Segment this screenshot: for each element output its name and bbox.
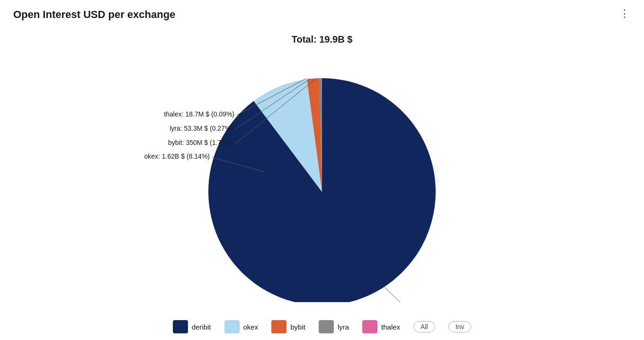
legend-item-bybit[interactable]: bybit (271, 320, 305, 333)
legend-item-deribit[interactable]: deribit (173, 320, 211, 333)
legend-inv-button[interactable]: Inv (448, 321, 472, 332)
legend-label-okex: okex (243, 323, 259, 331)
legend: deribitokexbybitlyrathalexAllInv (0, 320, 644, 333)
legend-swatch-okex (224, 320, 240, 333)
chart-header: Open Interest USD per exchange ⋮ (13, 9, 631, 21)
legend-label-bybit: bybit (290, 323, 305, 331)
annotation-text-4: thalex: 18.7M $ (0.09%) (164, 110, 234, 118)
legend-item-okex[interactable]: okex (224, 320, 259, 333)
chart-area: deribit: 17.8B $ (89.74%)okex: 1.62B $ (… (0, 45, 644, 302)
chart-title: Open Interest USD per exchange (13, 9, 175, 21)
legend-label-lyra: lyra (338, 323, 349, 331)
annotation-text-3: lyra: 53.3M $ (0.27%) (170, 125, 233, 132)
legend-label-thalex: thalex (381, 323, 400, 331)
annotation-text-2: bybit: 350M $ (1.76%) (168, 139, 233, 146)
legend-item-lyra[interactable]: lyra (319, 320, 349, 333)
legend-all-button[interactable]: All (413, 321, 435, 332)
legend-swatch-thalex (362, 320, 377, 333)
chart-total: Total: 19.9B $ (0, 34, 644, 45)
legend-item-thalex[interactable]: thalex (362, 320, 400, 333)
annotation-text-1: okex: 1.62B $ (8.14%) (144, 152, 210, 160)
annotation-line-0 (384, 286, 407, 302)
legend-swatch-lyra (319, 320, 334, 333)
pie-chart-svg: deribit: 17.8B $ (89.74%)okex: 1.62B $ (… (0, 45, 644, 302)
page-container: amberdata Open Interest USD per exchange… (0, 0, 644, 340)
legend-swatch-bybit (271, 320, 286, 333)
legend-swatch-deribit (173, 320, 188, 333)
menu-dots-button[interactable]: ⋮ (619, 9, 631, 19)
legend-label-deribit: deribit (192, 323, 211, 331)
